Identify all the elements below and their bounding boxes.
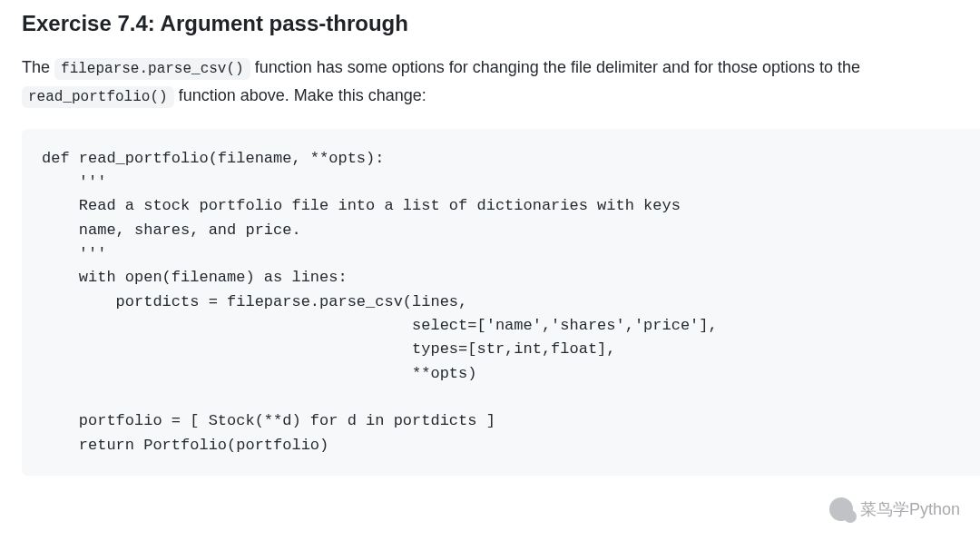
exercise-description: The fileparse.parse_csv() function has s… xyxy=(22,54,980,110)
wechat-icon xyxy=(829,497,853,521)
watermark-text: 菜鸟学Python xyxy=(860,498,960,520)
inline-code-parse-csv: fileparse.parse_csv() xyxy=(54,58,250,80)
code-block: def read_portfolio(filename, **opts): ''… xyxy=(22,129,980,476)
inline-code-read-portfolio: read_portfolio() xyxy=(22,86,174,108)
desc-text: function above. Make this change: xyxy=(174,86,426,104)
desc-text: The xyxy=(22,58,54,76)
exercise-heading: Exercise 7.4: Argument pass-through xyxy=(22,9,980,37)
watermark: 菜鸟学Python xyxy=(829,497,960,521)
desc-text: function has some options for changing t… xyxy=(250,58,860,76)
